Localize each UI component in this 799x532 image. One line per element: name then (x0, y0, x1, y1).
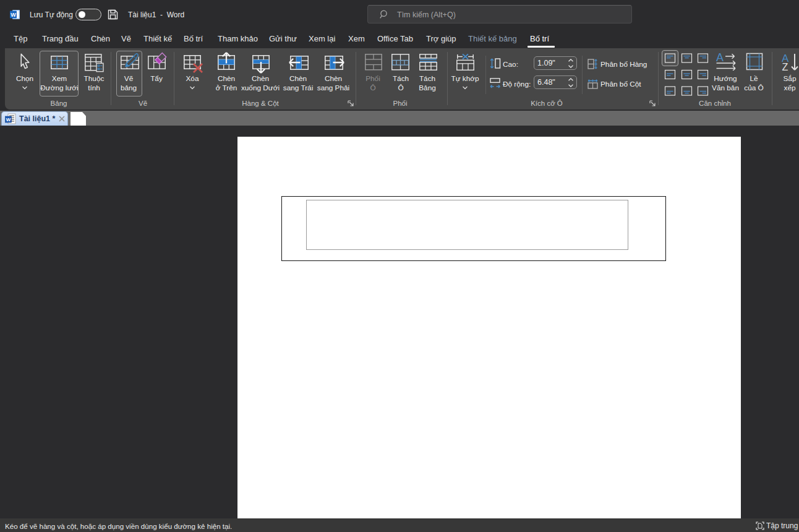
svg-text:W: W (6, 117, 11, 122)
svg-text:W: W (11, 12, 16, 18)
svg-text:Z: Z (782, 62, 788, 71)
svg-text:A: A (716, 53, 724, 64)
